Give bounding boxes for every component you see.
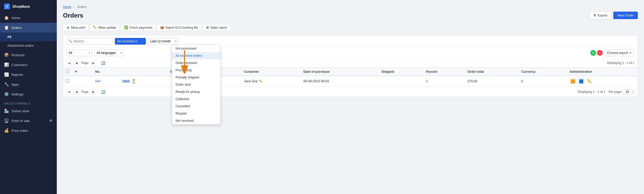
choose-export-button[interactable]: Choose export ▼ <box>604 50 634 56</box>
row-shipped-cell <box>379 76 424 87</box>
row-payment-cell: VISA ⏳ <box>119 76 167 87</box>
table-header-row: ▼ No. S Invoice No. Customer Date of pur… <box>63 68 638 76</box>
toolbar: 🖨 Mass print ✏️ Mass update ✅ Check paym… <box>63 24 638 31</box>
bottom-prev-page-button[interactable]: ◀ <box>74 89 79 95</box>
sidebar-item-home[interactable]: 🏠 Home <box>0 13 57 23</box>
sidebar-item-point-of-sale[interactable]: 🖥️ Point of sale 👁 <box>0 116 57 126</box>
breadcrumb: Home › Orders <box>63 5 638 9</box>
pagination-row-top: ⏮ ◀ Page ▶ 🔄 Displaying 1 - 1 of 1 <box>63 59 638 68</box>
order-number-link[interactable]: 543 <box>95 79 101 83</box>
displaying-bottom: Displaying 1 - 1 of 1 <box>578 90 605 94</box>
breadcrumb-home[interactable]: Home <box>63 5 71 9</box>
sidebar-item-reports[interactable]: 📈 Reports <box>0 70 57 79</box>
col-customer[interactable]: Customer <box>241 68 301 76</box>
col-sort[interactable]: ▼ <box>72 68 93 76</box>
date-range-select[interactable]: Last 12 month <box>148 38 178 45</box>
products-icon: 📦 <box>4 53 9 57</box>
col-date[interactable]: Date of purchase <box>301 68 379 76</box>
choose-export-label: Choose export <box>607 51 628 55</box>
pagination-row-bottom: ⏮ ◀ Page ▶ 🔄 Displaying 1 - 1 of 1 Per p… <box>63 87 638 97</box>
language-select-wrap: All languages <box>94 50 124 56</box>
all-select[interactable]: All <box>66 50 92 56</box>
sidebar-item-label-products: Products <box>11 53 25 57</box>
sidebar-item-customers[interactable]: 📊 Customers <box>0 60 57 70</box>
dropdown-item-order-received[interactable]: Order received <box>172 59 220 67</box>
next-page-button[interactable]: ▶ <box>91 60 96 66</box>
reports-icon: 📈 <box>4 72 9 77</box>
check-payments-button[interactable]: ✅ Check payments <box>121 24 156 31</box>
sidebar-item-price-index[interactable]: 💰 Price index <box>0 126 57 135</box>
col-admin[interactable]: Administration <box>567 68 638 76</box>
mass-update-label: Mass update <box>98 26 116 29</box>
bottom-next-page-button[interactable]: ▶ <box>91 89 96 95</box>
filters-left: All All languages <box>66 50 124 56</box>
sidebar-item-online-store[interactable]: 🏪 Online store <box>0 106 57 116</box>
col-shipped[interactable]: Shipped <box>379 68 424 76</box>
row-sort-cell <box>72 76 93 87</box>
sidebar-item-all[interactable]: All <box>0 33 57 41</box>
status-select[interactable]: All received or <box>115 38 146 45</box>
sidebar-item-label-price-index: Price index <box>11 129 28 133</box>
displaying-text-top: Displaying 1 - 1 of 1 <box>607 61 634 65</box>
sidebar-item-label-customers: Customers <box>11 63 28 67</box>
sidebar-item-apps[interactable]: 🔧 Apps <box>0 79 57 89</box>
per-page-select[interactable]: 15 25 50 <box>624 89 634 95</box>
sidebar-item-products[interactable]: 📦 Products <box>0 50 57 60</box>
remove-filter-button[interactable]: – <box>597 50 603 56</box>
first-page-button[interactable]: ⏮ <box>66 60 72 66</box>
prev-page-button[interactable]: ◀ <box>74 60 79 66</box>
sidebar-item-label-all: All <box>7 35 11 39</box>
action-icons: 🟧 🟦 ✏️ <box>569 78 635 85</box>
dropdown-item-not-received[interactable]: Not received <box>172 117 220 124</box>
admin-action-icon-2[interactable]: 🟦 <box>578 78 584 85</box>
col-checkbox <box>63 68 72 76</box>
page-header: Orders ⬆ Export New Order <box>63 11 638 19</box>
new-order-button[interactable]: New Order <box>613 12 638 19</box>
breadcrumb-current: Orders <box>77 5 87 9</box>
filters-right: + – Choose export ▼ <box>590 50 634 56</box>
online-store-icon: 🏪 <box>4 109 9 113</box>
sidebar-item-orders[interactable]: 📋 Orders <box>0 23 57 33</box>
admin-action-icon-edit[interactable]: ✏️ <box>586 78 593 85</box>
admin-action-icon-1[interactable]: 🟧 <box>569 78 576 85</box>
customer-edit-icon[interactable]: ✏️ <box>259 79 263 83</box>
col-no[interactable]: No. <box>93 68 119 76</box>
status-select-wrap: All received or <box>115 38 146 45</box>
bottom-first-page-button[interactable]: ⏮ <box>66 89 72 95</box>
mass-print-button[interactable]: 🖨 Mass print <box>63 24 89 31</box>
sales-report-button[interactable]: 🖥 Sales report <box>202 24 230 31</box>
dropdown-item-ready-for-pickup[interactable]: Ready for pickup <box>172 88 220 95</box>
bottom-refresh-icon[interactable]: 🔄 <box>100 89 106 95</box>
header-actions: ⬆ Export New Order <box>590 11 638 19</box>
search-input[interactable] <box>66 38 113 45</box>
col-currency[interactable]: Currency <box>519 68 567 76</box>
check-payments-icon: ✅ <box>124 26 128 29</box>
select-all-checkbox[interactable] <box>66 70 69 73</box>
settings-icon: ⚙️ <box>4 92 9 96</box>
dropdown-item-all-received[interactable]: All received orders <box>172 52 220 59</box>
dropdown-item-cancelled[interactable]: Cancelled <box>172 103 220 110</box>
sidebar-item-settings[interactable]: ⚙️ Settings <box>0 89 57 99</box>
content-area: Home › Orders Orders ⬆ Export New Order … <box>57 0 644 194</box>
import-gls-button[interactable]: 📦 Import GLS tracking file <box>157 24 201 31</box>
row-checkbox[interactable] <box>66 79 69 83</box>
sidebar-item-abandoned[interactable]: Abandoned orders <box>0 41 57 50</box>
dropdown-item-partially-shipped[interactable]: Partially shipped <box>172 74 220 81</box>
add-filter-button[interactable]: + <box>590 50 596 56</box>
dropdown-item-order-sent[interactable]: Order sent <box>172 81 220 88</box>
table-row: 543 VISA ⏳ Jane Doe <box>63 76 638 87</box>
row-checkbox-cell <box>63 76 72 87</box>
col-parcels[interactable]: Parcels <box>423 68 465 76</box>
import-gls-label: Import GLS tracking file <box>165 26 198 29</box>
col-total[interactable]: Order total <box>465 68 519 76</box>
dropdown-item-not-processed[interactable]: Not processed <box>172 45 220 52</box>
export-button[interactable]: ⬆ Export <box>590 11 611 19</box>
language-select[interactable]: All languages <box>94 50 124 56</box>
refresh-icon[interactable]: 🔄 <box>100 60 106 66</box>
mass-update-button[interactable]: ✏️ Mass update <box>90 24 120 31</box>
dropdown-item-processing[interactable]: Processing <box>172 67 220 74</box>
dropdown-item-collected[interactable]: Collected <box>172 95 220 103</box>
eye-icon: 👁 <box>49 119 53 123</box>
all-select-wrap: All <box>66 50 92 56</box>
dropdown-item-reopen[interactable]: Reopen <box>172 110 220 117</box>
